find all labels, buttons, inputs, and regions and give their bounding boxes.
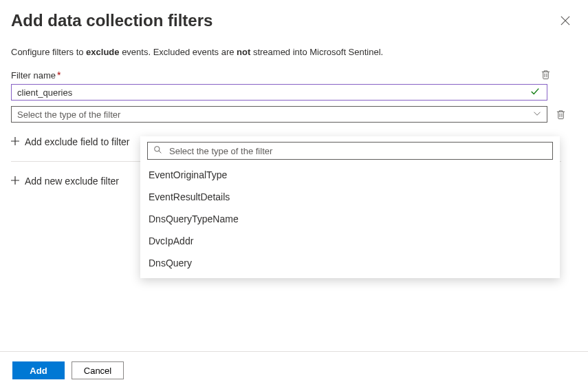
add-exclude-field-label: Add exclude field to filter — [25, 136, 130, 147]
checkmark-icon — [530, 87, 540, 98]
delete-type-icon[interactable] — [554, 108, 567, 121]
filter-type-placeholder: Select the type of the filter — [17, 109, 120, 120]
dropdown-option[interactable]: DvcIpAddr — [140, 230, 560, 252]
svg-point-0 — [155, 147, 160, 151]
filter-type-select[interactable]: Select the type of the filter — [11, 106, 547, 123]
filter-name-label: Filter name — [11, 70, 56, 81]
chevron-down-icon — [533, 109, 541, 120]
search-icon — [153, 145, 162, 156]
plus-icon — [11, 176, 19, 187]
dropdown-option[interactable]: DnsQueryTypeName — [140, 208, 560, 230]
filter-type-dropdown: EventOriginalType EventResultDetails Dns… — [140, 136, 560, 278]
required-asterisk: * — [57, 70, 61, 81]
description-text: Configure filters to exclude events. Exc… — [11, 47, 574, 57]
dropdown-search-input[interactable] — [168, 145, 547, 157]
plus-icon — [11, 136, 19, 147]
delete-filter-icon[interactable] — [539, 68, 552, 81]
add-new-filter-label: Add new exclude filter — [25, 176, 119, 187]
filter-name-input[interactable] — [11, 84, 547, 101]
add-button[interactable]: Add — [12, 361, 65, 379]
footer-bar: Add Cancel — [0, 351, 588, 389]
cancel-button[interactable]: Cancel — [72, 361, 124, 379]
panel-title: Add data collection filters — [11, 11, 213, 30]
dropdown-option[interactable]: EventResultDetails — [140, 186, 560, 208]
dropdown-option[interactable]: EventOriginalType — [140, 164, 560, 186]
close-icon[interactable] — [556, 12, 574, 30]
dropdown-option[interactable]: DnsQuery — [140, 252, 560, 274]
dropdown-search-box[interactable] — [147, 142, 553, 160]
